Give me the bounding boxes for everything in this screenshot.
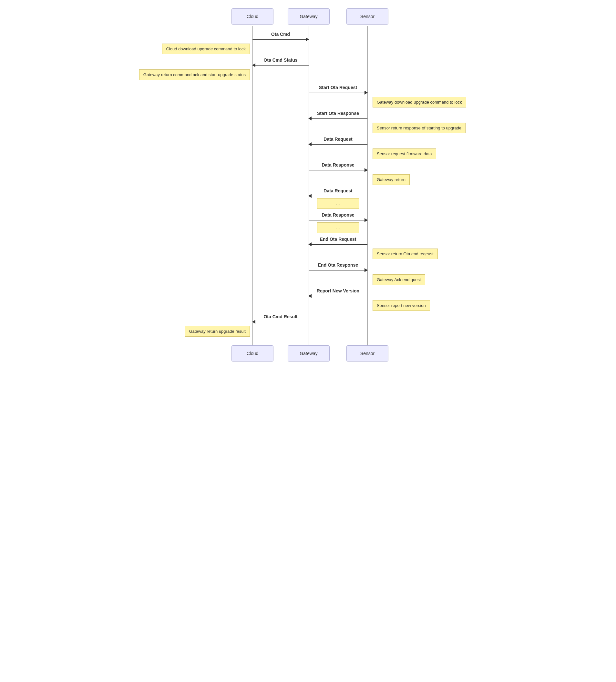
msg-label: Data Request <box>309 137 368 142</box>
note-right: Gateway download upgrade command to lock <box>373 97 466 108</box>
actor-cloud-top: Cloud <box>232 8 273 25</box>
arrow-right-icon <box>365 168 368 172</box>
actor-label: Sensor <box>360 14 374 19</box>
note-text: Gateway Ack end quest <box>377 277 421 282</box>
note-text: Sensor return Ota end reqeust <box>377 251 434 256</box>
arrow-right-icon <box>365 91 368 95</box>
note-text: Sensor report new version <box>377 303 426 308</box>
actor-cloud-bottom: Cloud <box>232 345 273 362</box>
note-left: Cloud download upgrade command to lock <box>162 44 250 54</box>
actor-gateway-bottom: Gateway <box>288 345 330 362</box>
msg-report-new-version: Report New Version <box>309 289 368 299</box>
note-left: Gateway return command ack and start upg… <box>139 69 250 80</box>
msg-end-ota-response: End Ota Response <box>309 263 368 273</box>
msg-start-ota-response: Start Ota Response <box>309 111 368 121</box>
note-center: ... <box>317 198 359 209</box>
arrow-left-icon <box>308 194 311 198</box>
msg-ota-cmd-result: Ota Cmd Result <box>252 315 309 324</box>
msg-label: End Ota Response <box>309 263 368 268</box>
note-left: Gateway return upgrade result <box>185 326 250 337</box>
msg-data-request-2: Data Request <box>309 189 368 199</box>
msg-label: Data Response <box>309 212 368 218</box>
sequence-diagram: Cloud Gateway Sensor Ota Cmd Cloud downl… <box>140 6 476 368</box>
actor-sensor-bottom: Sensor <box>347 345 389 362</box>
note-text: Gateway return <box>377 177 405 182</box>
note-text: Gateway return command ack and start upg… <box>144 72 246 77</box>
actor-label: Cloud <box>247 351 259 356</box>
msg-data-request-1: Data Request <box>309 137 368 147</box>
arrow-right-icon <box>306 38 309 41</box>
msg-ota-cmd: Ota Cmd <box>252 32 309 42</box>
actor-label: Gateway <box>300 14 317 19</box>
arrow-left-icon <box>252 320 256 324</box>
actor-label: Cloud <box>247 14 259 19</box>
msg-start-ota-request: Start Ota Request <box>309 86 368 95</box>
note-text: ... <box>336 201 340 206</box>
arrow-right-icon <box>365 218 368 222</box>
arrow-left-icon <box>308 116 311 120</box>
actor-gateway-top: Gateway <box>288 8 330 25</box>
msg-label: Data Response <box>309 162 368 167</box>
note-right: Sensor report new version <box>373 300 430 311</box>
note-center: ... <box>317 222 359 233</box>
msg-data-response-1: Data Response <box>309 163 368 173</box>
msg-ota-cmd-status: Ota Cmd Status <box>252 58 309 68</box>
note-text: Sensor return response of starting to up… <box>377 126 461 130</box>
note-right: Sensor return Ota end reqeust <box>373 249 438 259</box>
arrow-left-icon <box>308 142 311 146</box>
note-text: ... <box>336 225 340 230</box>
msg-label: Ota Cmd <box>252 32 309 37</box>
msg-data-response-2: Data Response <box>309 213 368 223</box>
actor-label: Sensor <box>360 351 374 356</box>
note-text: Gateway download upgrade command to lock <box>377 100 462 105</box>
msg-label: Report New Version <box>309 288 368 293</box>
note-text: Gateway return upgrade result <box>189 329 246 334</box>
arrow-left-icon <box>308 243 311 246</box>
arrow-left-icon <box>252 63 256 67</box>
msg-label: End Ota Request <box>309 236 368 242</box>
lifeline-gateway <box>309 26 309 348</box>
msg-label: Start Ota Request <box>309 85 368 90</box>
arrow-right-icon <box>365 268 368 272</box>
lifeline-cloud <box>252 26 253 348</box>
note-right: Gateway Ack end quest <box>373 274 425 285</box>
msg-label: Ota Cmd Status <box>252 58 309 63</box>
actor-sensor-top: Sensor <box>347 8 389 25</box>
note-text: Sensor request firmware data <box>377 151 432 156</box>
msg-label: Data Request <box>309 188 368 194</box>
note-right: Sensor request firmware data <box>373 149 436 159</box>
arrow-left-icon <box>308 294 311 298</box>
note-right: Gateway return <box>373 174 410 185</box>
note-right: Sensor return response of starting to up… <box>373 123 465 133</box>
msg-label: Start Ota Response <box>309 111 368 116</box>
note-text: Cloud download upgrade command to lock <box>166 46 246 51</box>
actor-label: Gateway <box>300 351 317 356</box>
msg-label: Ota Cmd Result <box>252 314 309 319</box>
msg-end-ota-request: End Ota Request <box>309 237 368 247</box>
